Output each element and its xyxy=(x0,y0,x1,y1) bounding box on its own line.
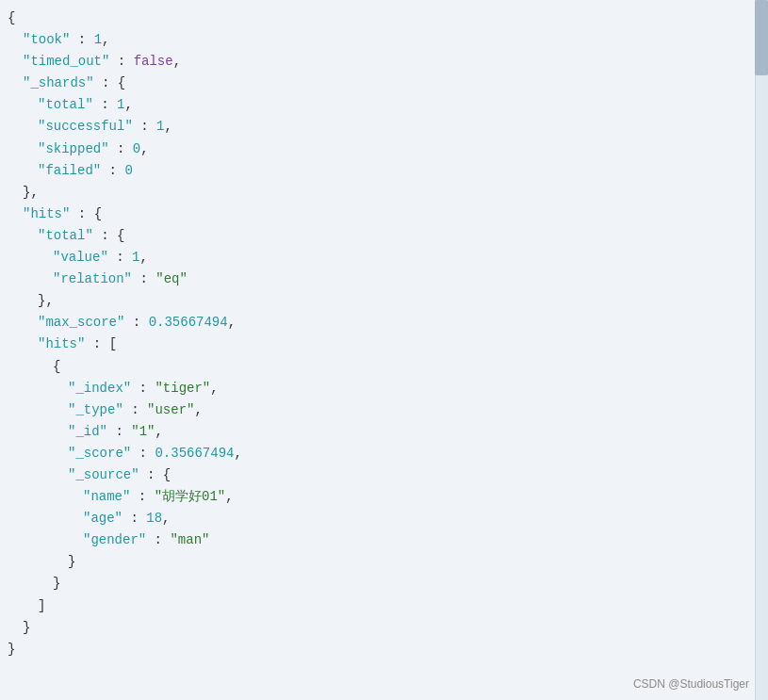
json-punct: }, xyxy=(38,293,54,308)
json-string: "胡学好01" xyxy=(155,489,226,504)
json-punct: : [ xyxy=(85,336,117,351)
json-punct: , xyxy=(140,141,148,156)
json-number: 0.35667494 xyxy=(149,315,228,330)
json-punct: , xyxy=(155,424,162,439)
code-line: "max_score" : 0.35667494, xyxy=(8,312,749,334)
json-key: "age" xyxy=(83,511,123,526)
code-line: "hits" : [ xyxy=(8,334,749,355)
json-key: "relation" xyxy=(53,271,132,286)
json-key: "_score" xyxy=(68,446,131,461)
json-punct: : { xyxy=(93,228,125,243)
code-line: { xyxy=(8,356,749,378)
json-number: 1 xyxy=(94,32,102,47)
json-bool: false xyxy=(134,54,173,69)
json-punct: : xyxy=(70,32,93,47)
json-key: "took" xyxy=(23,32,70,47)
json-punct: : xyxy=(107,424,131,439)
json-key: "name" xyxy=(83,489,130,504)
json-punct: , xyxy=(225,489,233,504)
json-key: "value" xyxy=(53,250,108,265)
json-key: "gender" xyxy=(83,532,146,547)
code-line: } xyxy=(8,639,749,660)
json-punct: , xyxy=(194,402,202,417)
code-line: "_shards" : { xyxy=(8,73,749,94)
json-string: "1" xyxy=(131,424,155,439)
code-container: {"took" : 1,"timed_out" : false,"_shards… xyxy=(0,0,768,700)
json-punct: : xyxy=(133,119,156,134)
json-display: {"took" : 1,"timed_out" : false,"_shards… xyxy=(0,0,768,668)
json-punct: } xyxy=(23,620,30,635)
json-punct: : xyxy=(101,163,124,178)
json-key: "hits" xyxy=(23,206,70,221)
json-number: 18 xyxy=(146,511,162,526)
json-key: "max_score" xyxy=(38,315,124,330)
code-line: "gender" : "man" xyxy=(8,529,749,551)
json-punct: , xyxy=(234,446,241,461)
json-punct: : xyxy=(109,141,133,156)
code-line: }, xyxy=(8,290,749,312)
json-punct: , xyxy=(173,54,181,69)
json-punct: , xyxy=(210,381,218,396)
json-number: 0 xyxy=(124,163,132,178)
json-string: "user" xyxy=(147,402,194,417)
code-line: } xyxy=(8,551,749,573)
watermark: CSDN @StudiousTiger xyxy=(633,677,749,691)
json-punct: : xyxy=(131,381,155,396)
json-number: 0 xyxy=(133,141,140,156)
json-punct: : xyxy=(108,250,132,265)
json-punct: : xyxy=(131,446,155,461)
scrollbar-thumb[interactable] xyxy=(755,0,768,75)
json-string: "tiger" xyxy=(155,381,210,396)
code-line: "hits" : { xyxy=(8,203,749,225)
json-punct: } xyxy=(53,576,60,591)
json-punct: , xyxy=(102,32,109,47)
json-key: "skipped" xyxy=(38,141,109,156)
code-line: "_id" : "1", xyxy=(8,421,749,443)
json-key: "successful" xyxy=(38,119,133,134)
json-key: "_index" xyxy=(68,381,131,396)
json-string: "eq" xyxy=(155,271,188,286)
json-punct: : { xyxy=(94,75,126,90)
json-key: "total" xyxy=(38,228,93,243)
code-line: "total" : 1, xyxy=(8,94,749,116)
json-key: "hits" xyxy=(38,336,85,351)
code-line: "_index" : "tiger", xyxy=(8,378,749,399)
json-key: "timed_out" xyxy=(23,54,109,69)
json-punct: } xyxy=(8,642,15,657)
json-punct: : { xyxy=(139,467,172,482)
json-number: 0.35667494 xyxy=(155,446,234,461)
code-line: "value" : 1, xyxy=(8,247,749,269)
json-punct: : xyxy=(132,271,155,286)
json-punct: : xyxy=(146,532,170,547)
code-line: }, xyxy=(8,182,749,203)
code-line: "successful" : 1, xyxy=(8,116,749,138)
code-line: "age" : 18, xyxy=(8,508,749,529)
json-punct: , xyxy=(139,250,147,265)
code-line: ] xyxy=(8,595,749,617)
code-line: { xyxy=(8,8,749,29)
json-key: "failed" xyxy=(38,163,101,178)
json-punct: , xyxy=(124,97,132,112)
json-punct: , xyxy=(162,511,170,526)
json-key: "_source" xyxy=(68,467,139,482)
scrollbar[interactable] xyxy=(755,0,768,700)
code-line: "_source" : { xyxy=(8,464,749,486)
json-key: "_id" xyxy=(68,424,107,439)
json-punct: }, xyxy=(23,185,39,200)
code-line: "relation" : "eq" xyxy=(8,269,749,290)
json-key: "_shards" xyxy=(23,75,94,90)
json-punct: , xyxy=(164,119,172,134)
code-line: "total" : { xyxy=(8,225,749,247)
json-punct: : xyxy=(124,315,148,330)
json-punct: ] xyxy=(38,598,45,613)
code-line: "timed_out" : false, xyxy=(8,51,749,73)
json-punct: : xyxy=(123,511,146,526)
code-line: } xyxy=(8,573,749,594)
json-punct: : xyxy=(130,489,154,504)
json-string: "man" xyxy=(170,532,209,547)
code-line: "took" : 1, xyxy=(8,29,749,51)
code-line: } xyxy=(8,617,749,639)
json-punct: } xyxy=(68,554,75,569)
json-punct: : { xyxy=(70,206,102,221)
json-key: "total" xyxy=(38,97,93,112)
